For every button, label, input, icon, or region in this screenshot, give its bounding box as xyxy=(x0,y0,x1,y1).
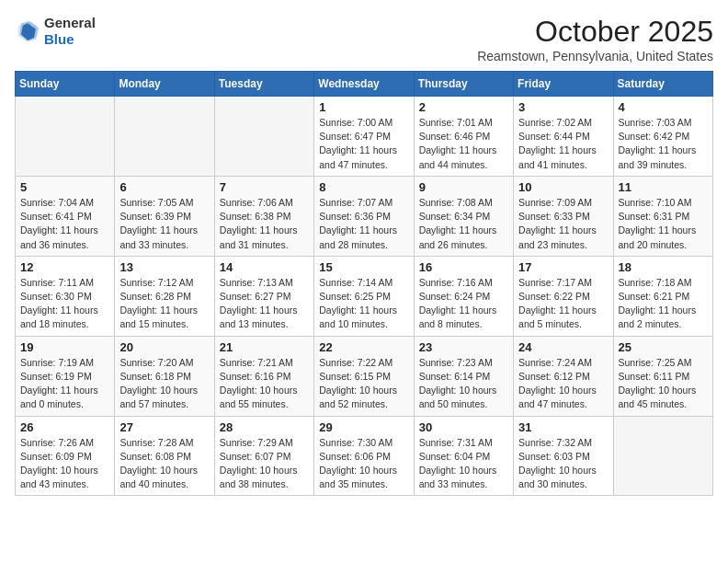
calendar-cell: 10Sunrise: 7:09 AM Sunset: 6:33 PM Dayli… xyxy=(514,176,613,256)
calendar-cell: 11Sunrise: 7:10 AM Sunset: 6:31 PM Dayli… xyxy=(613,176,712,256)
calendar-cell: 15Sunrise: 7:14 AM Sunset: 6:25 PM Dayli… xyxy=(314,256,414,336)
calendar-cell: 18Sunrise: 7:18 AM Sunset: 6:21 PM Dayli… xyxy=(613,256,712,336)
calendar-table: SundayMondayTuesdayWednesdayThursdayFrid… xyxy=(15,71,713,496)
day-info: Sunrise: 7:20 AM Sunset: 6:18 PM Dayligh… xyxy=(119,356,209,412)
calendar-cell: 22Sunrise: 7:22 AM Sunset: 6:15 PM Dayli… xyxy=(314,336,414,416)
calendar-cell: 28Sunrise: 7:29 AM Sunset: 6:07 PM Dayli… xyxy=(214,416,313,496)
location-subtitle: Reamstown, Pennsylvania, United States xyxy=(477,49,713,63)
day-number: 2 xyxy=(419,100,508,114)
day-header-saturday: Saturday xyxy=(613,72,712,97)
day-info: Sunrise: 7:28 AM Sunset: 6:08 PM Dayligh… xyxy=(119,436,209,492)
calendar-cell xyxy=(214,97,313,177)
calendar-cell: 16Sunrise: 7:16 AM Sunset: 6:24 PM Dayli… xyxy=(414,256,513,336)
day-info: Sunrise: 7:32 AM Sunset: 6:03 PM Dayligh… xyxy=(518,436,608,492)
calendar-cell: 6Sunrise: 7:05 AM Sunset: 6:39 PM Daylig… xyxy=(115,176,214,256)
day-number: 10 xyxy=(518,180,608,194)
day-info: Sunrise: 7:06 AM Sunset: 6:38 PM Dayligh… xyxy=(220,196,309,252)
calendar-cell: 17Sunrise: 7:17 AM Sunset: 6:22 PM Dayli… xyxy=(514,256,613,336)
day-info: Sunrise: 7:16 AM Sunset: 6:24 PM Dayligh… xyxy=(419,276,508,332)
day-header-sunday: Sunday xyxy=(16,72,115,97)
day-number: 28 xyxy=(220,420,309,434)
day-number: 11 xyxy=(619,180,708,194)
calendar-cell: 23Sunrise: 7:23 AM Sunset: 6:14 PM Dayli… xyxy=(414,336,513,416)
day-number: 14 xyxy=(220,260,309,274)
day-number: 8 xyxy=(319,180,408,194)
day-info: Sunrise: 7:19 AM Sunset: 6:19 PM Dayligh… xyxy=(20,356,109,412)
day-info: Sunrise: 7:18 AM Sunset: 6:21 PM Dayligh… xyxy=(619,276,708,332)
calendar-cell xyxy=(16,97,115,177)
day-number: 15 xyxy=(319,260,408,274)
calendar-cell: 8Sunrise: 7:07 AM Sunset: 6:36 PM Daylig… xyxy=(314,176,414,256)
calendar-week-4: 19Sunrise: 7:19 AM Sunset: 6:19 PM Dayli… xyxy=(16,336,713,416)
day-info: Sunrise: 7:00 AM Sunset: 6:47 PM Dayligh… xyxy=(319,116,408,172)
day-number: 24 xyxy=(518,340,608,354)
day-number: 5 xyxy=(20,180,109,194)
day-info: Sunrise: 7:05 AM Sunset: 6:39 PM Dayligh… xyxy=(119,196,209,252)
day-number: 3 xyxy=(518,100,608,114)
day-info: Sunrise: 7:21 AM Sunset: 6:16 PM Dayligh… xyxy=(220,356,309,412)
page-header: General Blue October 2025 Reamstown, Pen… xyxy=(15,15,713,63)
day-header-tuesday: Tuesday xyxy=(214,72,313,97)
day-info: Sunrise: 7:12 AM Sunset: 6:28 PM Dayligh… xyxy=(119,276,209,332)
day-number: 29 xyxy=(319,420,408,434)
calendar-cell: 25Sunrise: 7:25 AM Sunset: 6:11 PM Dayli… xyxy=(613,336,712,416)
day-number: 18 xyxy=(619,260,708,274)
day-info: Sunrise: 7:13 AM Sunset: 6:27 PM Dayligh… xyxy=(220,276,309,332)
day-info: Sunrise: 7:24 AM Sunset: 6:12 PM Dayligh… xyxy=(518,356,608,412)
day-number: 4 xyxy=(619,100,708,114)
calendar-cell: 13Sunrise: 7:12 AM Sunset: 6:28 PM Dayli… xyxy=(115,256,214,336)
calendar-cell: 24Sunrise: 7:24 AM Sunset: 6:12 PM Dayli… xyxy=(514,336,613,416)
day-info: Sunrise: 7:02 AM Sunset: 6:44 PM Dayligh… xyxy=(518,116,608,172)
day-number: 21 xyxy=(220,340,309,354)
calendar-header-row: SundayMondayTuesdayWednesdayThursdayFrid… xyxy=(16,72,713,97)
day-number: 27 xyxy=(119,420,209,434)
day-number: 7 xyxy=(220,180,309,194)
logo-icon xyxy=(15,18,40,44)
calendar-cell: 27Sunrise: 7:28 AM Sunset: 6:08 PM Dayli… xyxy=(115,416,214,496)
day-number: 25 xyxy=(619,340,708,354)
day-info: Sunrise: 7:14 AM Sunset: 6:25 PM Dayligh… xyxy=(319,276,408,332)
calendar-cell: 19Sunrise: 7:19 AM Sunset: 6:19 PM Dayli… xyxy=(16,336,115,416)
day-number: 26 xyxy=(20,420,109,434)
calendar-cell: 26Sunrise: 7:26 AM Sunset: 6:09 PM Dayli… xyxy=(16,416,115,496)
day-info: Sunrise: 7:30 AM Sunset: 6:06 PM Dayligh… xyxy=(319,436,408,492)
calendar-cell: 14Sunrise: 7:13 AM Sunset: 6:27 PM Dayli… xyxy=(214,256,313,336)
calendar-cell xyxy=(613,416,712,496)
day-number: 31 xyxy=(518,420,608,434)
day-number: 12 xyxy=(20,260,109,274)
day-number: 22 xyxy=(319,340,408,354)
day-info: Sunrise: 7:22 AM Sunset: 6:15 PM Dayligh… xyxy=(319,356,408,412)
day-info: Sunrise: 7:31 AM Sunset: 6:04 PM Dayligh… xyxy=(419,436,508,492)
day-number: 1 xyxy=(319,100,408,114)
day-header-monday: Monday xyxy=(115,72,214,97)
calendar-cell xyxy=(115,97,214,177)
calendar-cell: 3Sunrise: 7:02 AM Sunset: 6:44 PM Daylig… xyxy=(514,97,613,177)
day-info: Sunrise: 7:26 AM Sunset: 6:09 PM Dayligh… xyxy=(20,436,109,492)
calendar-week-1: 1Sunrise: 7:00 AM Sunset: 6:47 PM Daylig… xyxy=(16,97,713,177)
calendar-cell: 29Sunrise: 7:30 AM Sunset: 6:06 PM Dayli… xyxy=(314,416,414,496)
month-title: October 2025 xyxy=(477,15,713,49)
day-info: Sunrise: 7:17 AM Sunset: 6:22 PM Dayligh… xyxy=(518,276,608,332)
day-header-wednesday: Wednesday xyxy=(314,72,414,97)
day-info: Sunrise: 7:03 AM Sunset: 6:42 PM Dayligh… xyxy=(619,116,708,172)
calendar-week-3: 12Sunrise: 7:11 AM Sunset: 6:30 PM Dayli… xyxy=(16,256,713,336)
day-header-friday: Friday xyxy=(514,72,613,97)
calendar-cell: 20Sunrise: 7:20 AM Sunset: 6:18 PM Dayli… xyxy=(115,336,214,416)
logo-text: General Blue xyxy=(44,15,96,48)
title-block: October 2025 Reamstown, Pennsylvania, Un… xyxy=(477,15,713,63)
day-info: Sunrise: 7:10 AM Sunset: 6:31 PM Dayligh… xyxy=(619,196,708,252)
day-info: Sunrise: 7:07 AM Sunset: 6:36 PM Dayligh… xyxy=(319,196,408,252)
calendar-cell: 4Sunrise: 7:03 AM Sunset: 6:42 PM Daylig… xyxy=(613,97,712,177)
day-info: Sunrise: 7:04 AM Sunset: 6:41 PM Dayligh… xyxy=(20,196,109,252)
calendar-cell: 31Sunrise: 7:32 AM Sunset: 6:03 PM Dayli… xyxy=(514,416,613,496)
day-number: 20 xyxy=(119,340,209,354)
day-number: 16 xyxy=(419,260,508,274)
calendar-cell: 12Sunrise: 7:11 AM Sunset: 6:30 PM Dayli… xyxy=(16,256,115,336)
calendar-cell: 21Sunrise: 7:21 AM Sunset: 6:16 PM Dayli… xyxy=(214,336,313,416)
day-info: Sunrise: 7:08 AM Sunset: 6:34 PM Dayligh… xyxy=(419,196,508,252)
day-info: Sunrise: 7:09 AM Sunset: 6:33 PM Dayligh… xyxy=(518,196,608,252)
day-number: 23 xyxy=(419,340,508,354)
day-header-thursday: Thursday xyxy=(414,72,513,97)
day-info: Sunrise: 7:29 AM Sunset: 6:07 PM Dayligh… xyxy=(220,436,309,492)
calendar-cell: 2Sunrise: 7:01 AM Sunset: 6:46 PM Daylig… xyxy=(414,97,513,177)
